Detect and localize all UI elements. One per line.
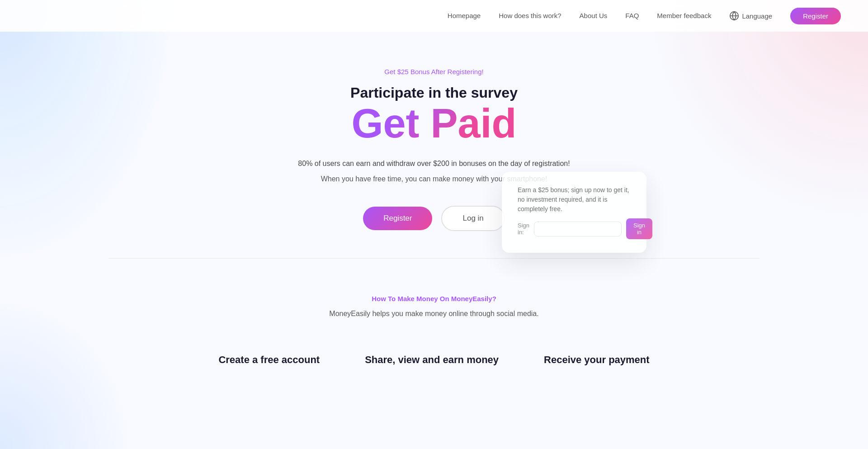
nav-faq[interactable]: FAQ xyxy=(625,12,639,19)
popup-signin-button[interactable]: Sign in xyxy=(626,218,652,239)
feature-receive-payment: Receive your payment xyxy=(544,354,650,366)
language-selector[interactable]: Language xyxy=(729,11,772,21)
language-label: Language xyxy=(742,12,772,20)
feature-share-earn-title: Share, view and earn money xyxy=(365,354,499,366)
hero-stat: 80% of users can earn and withdraw over … xyxy=(298,160,570,168)
nav-about-us[interactable]: About Us xyxy=(580,12,608,19)
feature-create-account-title: Create a free account xyxy=(218,354,320,366)
how-section: How To Make Money On MoneyEasily? MoneyE… xyxy=(0,259,868,402)
hero-title: Get Paid xyxy=(351,101,516,146)
popup-row: Sign in: Sign in xyxy=(518,218,631,239)
how-section-desc: MoneyEasily helps you make money online … xyxy=(9,310,859,318)
how-section-label: How To Make Money On MoneyEasily? xyxy=(9,295,859,302)
bonus-text: Get $25 Bonus After Registering! xyxy=(384,68,483,76)
popup-overlay: Earn a $25 bonus; sign up now to get it,… xyxy=(502,172,646,253)
hero-register-button[interactable]: Register xyxy=(363,207,432,230)
feature-share-earn: Share, view and earn money xyxy=(365,354,499,366)
nav-links: Homepage How does this work? About Us FA… xyxy=(448,8,841,24)
language-icon xyxy=(729,11,739,21)
popup-row-label: Sign in: xyxy=(518,222,529,236)
popup-input[interactable] xyxy=(534,222,622,236)
nav-register-button[interactable]: Register xyxy=(790,8,841,24)
nav-how-it-works[interactable]: How does this work? xyxy=(499,12,561,19)
navbar: Homepage How does this work? About Us FA… xyxy=(0,0,868,32)
hero-subtitle: Participate in the survey xyxy=(350,85,518,101)
hero-actions: Register Log in xyxy=(363,206,505,231)
features-row: Create a free account Share, view and ea… xyxy=(9,345,859,375)
hero-login-button[interactable]: Log in xyxy=(441,206,505,231)
feature-receive-payment-title: Receive your payment xyxy=(544,354,650,366)
nav-homepage[interactable]: Homepage xyxy=(448,12,481,19)
hero-section: Get $25 Bonus After Registering! Partici… xyxy=(0,32,868,258)
feature-create-account: Create a free account xyxy=(218,354,320,366)
main-content: Get $25 Bonus After Registering! Partici… xyxy=(0,32,868,402)
nav-member-feedback[interactable]: Member feedback xyxy=(657,12,711,19)
popup-title: Earn a $25 bonus; sign up now to get it,… xyxy=(518,185,631,214)
